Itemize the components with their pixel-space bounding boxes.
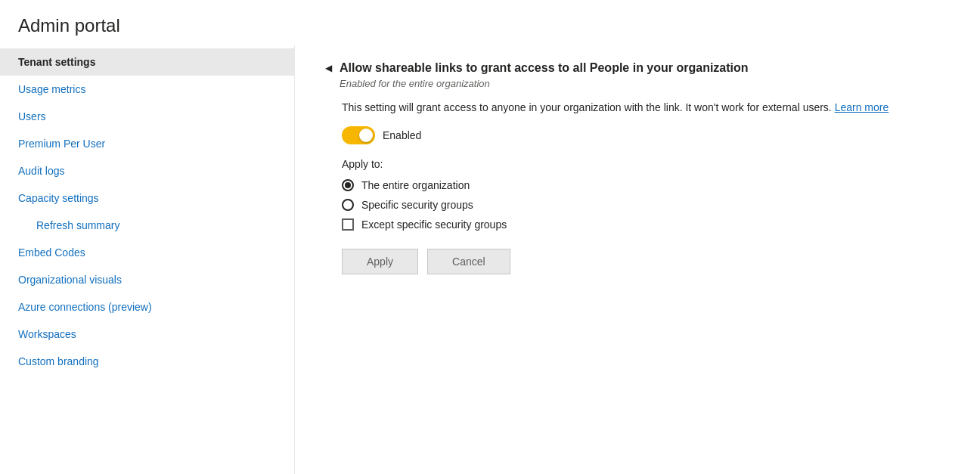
- setting-description: This setting will grant access to anyone…: [342, 100, 950, 116]
- sidebar-item-users[interactable]: Users: [0, 103, 294, 130]
- radio-entire-org[interactable]: The entire organization: [342, 179, 950, 191]
- sidebar-item-tenant-settings[interactable]: Tenant settings: [0, 48, 294, 76]
- radio-input-entire-org[interactable]: [342, 179, 354, 191]
- setting-title-block: Allow shareable links to grant access to…: [340, 60, 749, 89]
- cancel-button[interactable]: Cancel: [427, 249, 510, 274]
- learn-more-link[interactable]: Learn more: [835, 101, 889, 113]
- main-content: ◀ Allow shareable links to grant access …: [295, 45, 980, 474]
- setting-subtitle: Enabled for the entire organization: [340, 78, 749, 89]
- setting-section: ◀ Allow shareable links to grant access …: [325, 60, 950, 274]
- sidebar-item-refresh-summary[interactable]: Refresh summary: [0, 212, 294, 239]
- content-area: Tenant settingsUsage metricsUsersPremium…: [0, 45, 980, 474]
- sidebar-item-audit-logs[interactable]: Audit logs: [0, 157, 294, 184]
- page-title: Admin portal: [0, 0, 980, 45]
- apply-button[interactable]: Apply: [342, 249, 418, 274]
- chevron-left-icon: ◀: [325, 63, 332, 73]
- apply-to-label: Apply to:: [342, 158, 950, 170]
- sidebar-item-workspaces[interactable]: Workspaces: [0, 321, 294, 348]
- setting-title: Allow shareable links to grant access to…: [340, 60, 749, 76]
- checkbox-label-except-groups: Except specific security groups: [361, 218, 507, 231]
- toggle-thumb: [359, 129, 373, 142]
- page-container: Admin portal Tenant settingsUsage metric…: [0, 0, 980, 474]
- sidebar-item-custom-branding[interactable]: Custom branding: [0, 348, 294, 375]
- sidebar-item-organizational-visuals[interactable]: Organizational visuals: [0, 266, 294, 293]
- toggle-row: Enabled: [342, 126, 950, 144]
- radio-dot-entire-org: [345, 182, 351, 188]
- sidebar-item-premium-per-user[interactable]: Premium Per User: [0, 130, 294, 157]
- checkbox-input-except-groups[interactable]: [342, 218, 354, 231]
- sidebar-item-capacity-settings[interactable]: Capacity settings: [0, 184, 294, 212]
- toggle-switch[interactable]: [342, 126, 375, 144]
- radio-specific-groups[interactable]: Specific security groups: [342, 199, 950, 211]
- radio-label-specific-groups: Specific security groups: [361, 199, 473, 211]
- radio-label-entire-org: The entire organization: [361, 179, 470, 191]
- sidebar-item-usage-metrics[interactable]: Usage metrics: [0, 76, 294, 103]
- description-text: This setting will grant access to anyone…: [342, 101, 832, 113]
- sidebar-item-embed-codes[interactable]: Embed Codes: [0, 239, 294, 266]
- apply-to-section: Apply to: The entire organization Specif…: [342, 158, 950, 231]
- radio-input-specific-groups[interactable]: [342, 199, 354, 211]
- sidebar: Tenant settingsUsage metricsUsersPremium…: [0, 45, 295, 474]
- checkbox-except-groups[interactable]: Except specific security groups: [342, 218, 950, 231]
- button-row: Apply Cancel: [342, 249, 950, 274]
- setting-header: ◀ Allow shareable links to grant access …: [325, 60, 950, 89]
- toggle-label: Enabled: [383, 129, 421, 141]
- sidebar-item-azure-connections[interactable]: Azure connections (preview): [0, 293, 294, 321]
